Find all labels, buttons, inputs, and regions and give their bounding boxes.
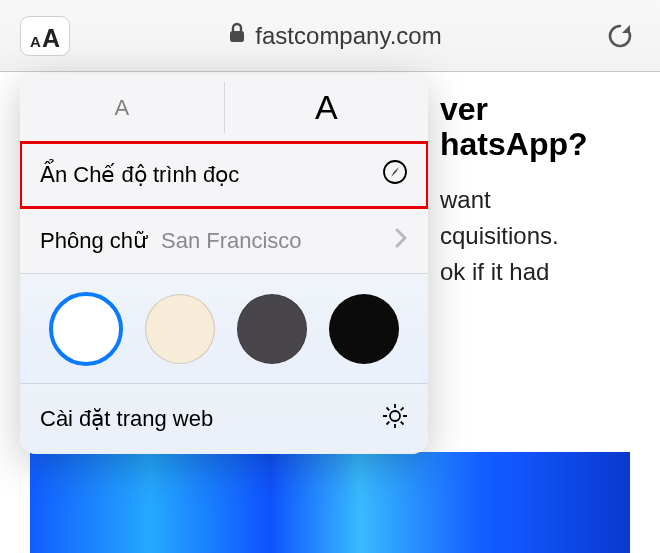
chevron-right-icon [394,225,408,256]
article-title: ver hatsApp? [440,92,640,162]
page-domain: fastcompany.com [255,22,441,50]
theme-color-swatch-0[interactable] [49,292,123,366]
font-size-large-glyph: A [315,88,338,127]
url-bar[interactable]: fastcompany.com [80,22,590,50]
reload-button[interactable] [600,16,640,56]
svg-line-7 [387,408,390,411]
article-text-area: ver hatsApp? want cquisitions. ok if it … [440,92,640,290]
font-family-row[interactable]: Phông chữ San Francisco [20,208,428,274]
reader-format-button[interactable]: A A [20,16,70,56]
hide-reader-mode-label: Ẩn Chế độ trình đọc [40,162,239,188]
svg-line-10 [387,422,390,425]
compass-icon [382,159,408,191]
svg-line-9 [401,408,404,411]
font-family-label: Phông chữ [40,228,147,254]
article-hero-image [30,452,630,553]
theme-color-swatch-3[interactable] [329,294,399,364]
reader-popover: A A Ẩn Chế độ trình đọc Phông chữ San Fr… [20,74,428,454]
font-size-increase-button[interactable]: A [225,74,429,141]
website-settings-row[interactable]: Cài đặt trang web [20,384,428,454]
svg-line-8 [401,422,404,425]
website-settings-label: Cài đặt trang web [40,406,213,432]
gear-icon [382,403,408,435]
font-size-decrease-button[interactable]: A [20,74,224,141]
font-size-row: A A [20,74,428,142]
reload-icon [605,21,635,51]
theme-color-row [20,274,428,384]
font-family-value: San Francisco [161,228,302,254]
svg-point-2 [390,411,400,421]
hide-reader-mode-row[interactable]: Ẩn Chế độ trình đọc [20,142,428,208]
svg-rect-0 [230,31,244,42]
article-body: want cquisitions. ok if it had [440,182,640,290]
aa-large-glyph: A [42,24,60,53]
aa-small-glyph: A [30,33,41,50]
lock-icon [228,22,246,50]
theme-color-swatch-2[interactable] [237,294,307,364]
theme-color-swatch-1[interactable] [145,294,215,364]
browser-toolbar: A A fastcompany.com [0,0,660,72]
font-size-small-glyph: A [114,95,129,121]
